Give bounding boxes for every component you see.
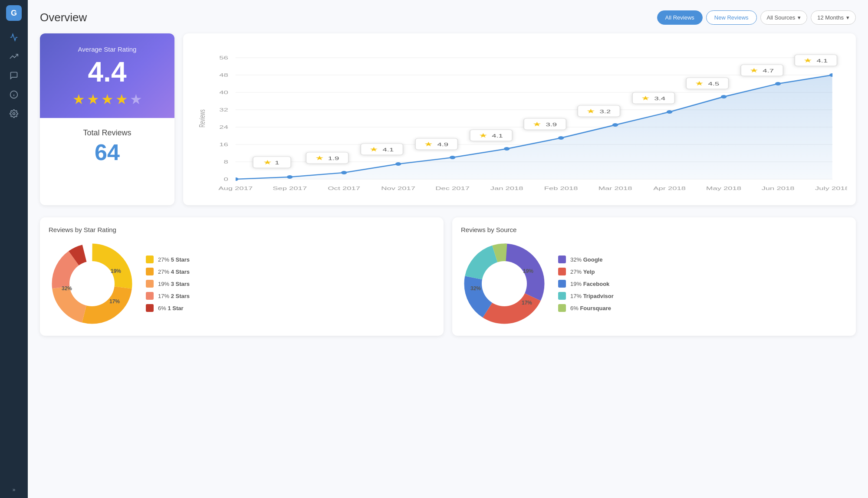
- svg-text:★: ★: [263, 159, 272, 166]
- svg-text:Sep 2017: Sep 2017: [273, 186, 307, 191]
- sidebar-expand[interactable]: »: [13, 487, 16, 493]
- header-actions: All Reviews New Reviews All Sources ▾ 12…: [657, 10, 856, 25]
- legend-color-2-stars: [146, 292, 154, 300]
- source-17pct: 17%: [522, 300, 532, 306]
- source-chart-card: Reviews by Source: [452, 217, 856, 336]
- settings-icon[interactable]: [6, 106, 22, 121]
- svg-rect-37: [306, 152, 348, 164]
- twelve-months-dropdown[interactable]: 12 Months ▾: [811, 10, 856, 25]
- legend-1-star: 6% 1 Star: [146, 304, 190, 312]
- svg-text:Mar 2018: Mar 2018: [598, 186, 632, 191]
- svg-text:★: ★: [479, 132, 488, 139]
- chat-icon[interactable]: [6, 68, 22, 83]
- info-icon[interactable]: [6, 87, 22, 102]
- 19pct-label: 19%: [111, 268, 121, 274]
- legend-color-yelp: [558, 268, 566, 275]
- svg-text:★: ★: [424, 141, 433, 147]
- legend-color-5-stars: [146, 256, 154, 263]
- total-reviews-value: 64: [49, 141, 166, 164]
- svg-point-29: [612, 123, 618, 127]
- svg-rect-40: [361, 144, 403, 155]
- trending-icon[interactable]: [6, 49, 22, 64]
- svg-point-25: [395, 162, 401, 166]
- svg-point-26: [450, 156, 455, 159]
- svg-text:4.1: 4.1: [492, 133, 503, 138]
- source-19pct: 19%: [523, 268, 533, 274]
- svg-text:16: 16: [219, 142, 228, 147]
- legend-facebook: 19% Facebook: [558, 280, 614, 288]
- sidebar-logo[interactable]: G: [6, 5, 22, 21]
- svg-point-30: [667, 110, 672, 114]
- legend-color-facebook: [558, 280, 566, 288]
- svg-rect-49: [524, 118, 566, 130]
- bottom-section: Reviews by Star Rating: [40, 217, 856, 336]
- legend-google: 32% Google: [558, 256, 614, 263]
- svg-point-31: [721, 95, 727, 98]
- legend-foursquare: 6% Foursquare: [558, 304, 614, 312]
- star-rating-chart-title: Reviews by Star Rating: [49, 226, 435, 233]
- all-reviews-button[interactable]: All Reviews: [657, 10, 703, 25]
- source-donut: 32% 19% 17%: [461, 240, 548, 327]
- svg-text:Apr 2018: Apr 2018: [653, 186, 686, 191]
- svg-text:Dec 2017: Dec 2017: [435, 186, 470, 191]
- svg-text:1: 1: [275, 160, 279, 165]
- legend-color-google: [558, 256, 566, 263]
- legend-color-1-star: [146, 304, 154, 312]
- star-3: ★: [101, 91, 114, 108]
- star-rating: ★ ★ ★ ★ ★: [49, 91, 166, 108]
- svg-rect-43: [415, 138, 457, 150]
- svg-text:Jan 2018: Jan 2018: [490, 186, 523, 191]
- svg-text:May 2018: May 2018: [706, 186, 741, 191]
- svg-text:★: ★: [803, 57, 812, 64]
- legend-3-stars: 19% 3 Stars: [146, 280, 190, 288]
- svg-text:3.2: 3.2: [600, 109, 611, 114]
- sidebar: G »: [0, 0, 28, 498]
- rating-top: Average Star Rating 4.4 ★ ★ ★ ★ ★: [40, 33, 174, 118]
- star-rating-donut: 32% 19% 17%: [49, 240, 135, 327]
- legend-5-stars: 27% 5 Stars: [146, 256, 190, 263]
- svg-rect-46: [470, 130, 512, 141]
- rating-card: Average Star Rating 4.4 ★ ★ ★ ★ ★ Total …: [40, 33, 174, 205]
- svg-text:★: ★: [369, 146, 378, 153]
- donut-center: [69, 261, 115, 306]
- new-reviews-button[interactable]: New Reviews: [706, 10, 757, 25]
- svg-rect-52: [578, 105, 620, 117]
- star-rating-donut-section: 32% 19% 17% 27% 5 Stars 27% 4 Stars: [49, 240, 435, 327]
- legend-color-4-stars: [146, 268, 154, 275]
- legend-color-3-stars: [146, 280, 154, 288]
- donut-center-source: [482, 261, 527, 306]
- source-chart-title: Reviews by Source: [461, 226, 847, 233]
- total-reviews-label: Total Reviews: [49, 128, 166, 138]
- svg-text:56: 56: [219, 55, 228, 60]
- source-legend: 32% Google 27% Yelp 19% Facebook 17% Tri…: [558, 256, 614, 312]
- svg-text:1.9: 1.9: [328, 156, 339, 161]
- top-section: Average Star Rating 4.4 ★ ★ ★ ★ ★ Total …: [40, 33, 856, 205]
- all-sources-dropdown[interactable]: All Sources ▾: [760, 10, 808, 25]
- star-1: ★: [72, 91, 85, 108]
- svg-point-33: [829, 73, 835, 77]
- svg-text:Aug 2017: Aug 2017: [218, 186, 253, 191]
- svg-point-22: [233, 177, 238, 181]
- svg-text:★: ★: [586, 108, 595, 115]
- rating-value: 4.4: [49, 58, 166, 86]
- svg-text:Oct 2017: Oct 2017: [328, 186, 360, 191]
- svg-rect-55: [632, 92, 674, 104]
- svg-point-24: [341, 171, 347, 174]
- svg-rect-58: [686, 78, 728, 89]
- svg-rect-64: [795, 55, 837, 66]
- line-chart-container: 0 8 16 24 32 40 48 56 Reviews: [183, 33, 856, 205]
- rating-bottom: Total Reviews 64: [40, 118, 174, 174]
- svg-text:4.5: 4.5: [708, 81, 720, 86]
- star-rating-legend: 27% 5 Stars 27% 4 Stars 19% 3 Stars 17% …: [146, 256, 190, 312]
- legend-yelp: 27% Yelp: [558, 268, 614, 275]
- activity-icon[interactable]: [6, 29, 22, 45]
- svg-text:48: 48: [219, 72, 228, 78]
- header: Overview All Reviews New Reviews All Sou…: [40, 10, 856, 25]
- legend-4-stars: 27% 4 Stars: [146, 268, 190, 275]
- 17pct-label: 17%: [109, 298, 120, 305]
- main-content: Overview All Reviews New Reviews All Sou…: [28, 0, 868, 498]
- svg-text:32: 32: [219, 107, 228, 112]
- svg-text:4.1: 4.1: [817, 58, 828, 63]
- legend-tripadvisor: 17% Tripadvisor: [558, 292, 614, 300]
- svg-text:★: ★: [750, 67, 759, 74]
